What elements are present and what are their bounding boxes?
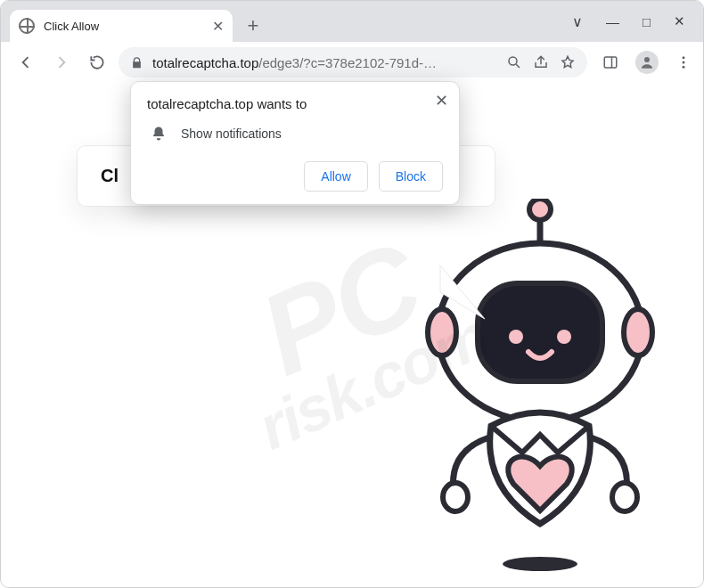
globe-icon [19,18,35,34]
svg-point-2 [644,57,650,62]
tab-close-button[interactable]: ✕ [212,18,224,35]
svg-point-14 [443,483,468,511]
browser-tab[interactable]: Click Allow ✕ [10,10,233,42]
minimize-button[interactable]: — [606,14,619,29]
dialog-close-button[interactable]: ✕ [435,91,448,110]
new-tab-button[interactable]: + [240,12,266,39]
toolbar: totalrecaptcha.top/edge3/?c=378e2102-791… [1,42,703,83]
svg-rect-1 [604,57,617,68]
svg-point-3 [683,56,685,59]
svg-point-16 [503,557,577,571]
profile-avatar[interactable] [635,51,659,74]
back-button[interactable] [12,48,40,77]
speech-tail [436,261,489,323]
reload-button[interactable] [83,48,111,77]
svg-point-10 [624,309,652,355]
address-bar[interactable]: totalrecaptcha.top/edge3/?c=378e2102-791… [119,47,587,78]
titlebar: Click Allow ✕ + ∨ — □ ✕ [1,1,703,42]
tab-title: Click Allow [44,20,203,33]
svg-point-7 [529,199,551,220]
share-icon[interactable] [532,53,550,71]
chevron-down-icon[interactable]: ∨ [572,13,583,30]
svg-point-15 [612,483,637,511]
window-controls: ∨ — □ ✕ [572,13,703,30]
side-panel-icon[interactable] [602,53,619,71]
bell-icon [151,126,167,142]
block-button[interactable]: Block [379,161,443,192]
svg-point-13 [557,330,571,344]
kebab-menu-icon[interactable] [675,53,692,71]
forward-button[interactable] [47,48,76,77]
notification-permission-dialog: ✕ totalrecaptcha.top wants to Show notif… [130,81,460,205]
bookmark-star-icon[interactable] [559,53,577,71]
robot-illustration [402,199,678,582]
svg-point-5 [683,66,685,69]
dialog-title: totalrecaptcha.top wants to [147,96,443,111]
dialog-item: Show notifications [147,126,443,142]
allow-button[interactable]: Allow [304,161,367,192]
maximize-button[interactable]: □ [643,14,651,29]
zoom-icon[interactable] [505,53,523,71]
toolbar-right [594,51,692,74]
browser-window: Click Allow ✕ + ∨ — □ ✕ totalrecaptcha.t… [0,0,704,588]
svg-rect-11 [478,283,602,381]
close-window-button[interactable]: ✕ [674,13,685,29]
svg-point-4 [683,61,685,64]
dialog-item-label: Show notifications [181,127,282,141]
svg-point-0 [509,57,517,65]
url-text: totalrecaptcha.top/edge3/?c=378e2102-791… [152,55,496,70]
svg-point-12 [509,330,523,344]
lock-icon [129,55,143,69]
